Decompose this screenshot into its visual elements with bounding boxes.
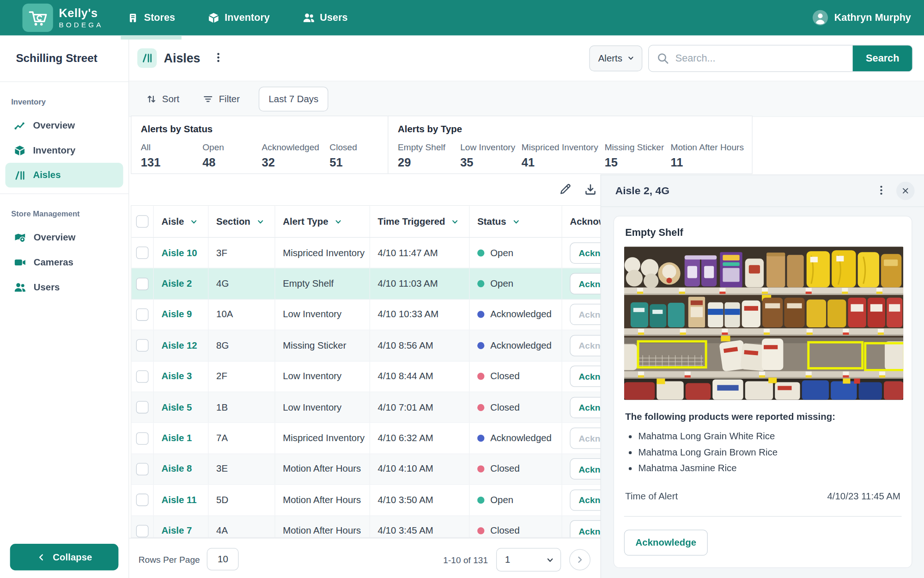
page-kebab-menu[interactable] [210,49,226,67]
nav-item-inventory[interactable]: Inventory [202,0,276,36]
table-row[interactable]: Aisle 51BLow Inventory4/10 7:01 AMClosed… [131,392,656,423]
table-row[interactable]: Aisle 910ALow Inventory4/10 10:33 AMAckn… [131,300,656,331]
rows-per-page-label: Rows Per Page [139,554,200,564]
close-icon[interactable] [896,182,915,200]
alert-type-heading: Empty Shelf [625,227,901,239]
filter-icon [203,93,213,104]
download-icon[interactable] [583,181,598,198]
time-of-alert-value: 4/10/23 11:45 AM [827,491,900,502]
row-checkbox[interactable] [136,370,149,383]
search-button[interactable]: Search [853,45,912,71]
stat-motion-after-hours: Motion After Hours11 [671,142,748,169]
search-cluster: Alerts Search [590,44,913,72]
row-checkbox[interactable] [136,401,149,414]
sidebar-item-overview[interactable]: Overview [5,113,123,138]
sidebar-item-overview[interactable]: Overview [5,225,123,250]
table-row[interactable]: Aisle 74AMotion After Hours4/10 3:45 AMC… [131,516,656,538]
sidebar-item-inventory[interactable]: Inventory [5,138,123,163]
filter-button[interactable]: Filter [203,93,240,104]
stat-value: 11 [671,156,748,169]
row-checkbox-cell [131,423,153,454]
search-category-select[interactable]: Alerts [590,45,643,71]
sidebar-item-aisles[interactable]: Aisles [5,163,123,188]
row-checkbox[interactable] [136,246,149,259]
aisle-link[interactable]: Aisle 5 [161,402,192,412]
search-input[interactable] [674,52,853,65]
column-header-time-triggered[interactable]: Time Triggered [370,206,470,237]
sidebar-item-label: Overview [34,233,76,243]
aisle-cell: Aisle 8 [154,454,209,485]
sidebar-item-cameras[interactable]: Cameras [5,250,123,275]
store-icon [128,12,139,23]
table-row[interactable]: Aisle 128GMissing Sticker4/10 8:56 AMAck… [131,331,656,362]
stat-value: 51 [329,156,388,169]
select-all-checkbox[interactable] [136,215,149,228]
aisle-link[interactable]: Aisle 10 [161,247,197,258]
aisle-link[interactable]: Aisle 3 [161,371,192,382]
status-cell: Acknowledged [470,423,562,454]
aisle-link[interactable]: Aisle 7 [161,526,192,536]
panel-kebab-menu[interactable] [873,182,889,199]
status-dot-icon [477,404,484,411]
stat-label: Low Inventory [460,142,522,152]
acknowledge-button[interactable]: Acknowledge [624,529,708,555]
column-header-status[interactable]: Status [470,206,562,237]
aisle-link[interactable]: Aisle 2 [161,278,192,289]
alert-type-cell: Low Inventory [275,361,370,392]
brand-logo: Kelly's BODEGA [22,4,103,32]
table-row[interactable]: Aisle 32FLow Inventory4/10 8:44 AMClosed… [131,361,656,392]
aisle-link[interactable]: Aisle 1 [161,433,192,443]
row-checkbox[interactable] [136,432,149,444]
rows-per-page-input[interactable]: 10 [207,548,239,570]
row-checkbox[interactable] [136,494,149,506]
sidebar-item-users[interactable]: Users [5,275,123,300]
sort-button[interactable]: Sort [146,93,179,104]
aisle-cell: Aisle 11 [154,485,209,516]
status-cell: Open [470,269,562,299]
stats-card-title: Alerts by Type [398,124,752,135]
aisle-cell: Aisle 2 [154,269,209,299]
row-checkbox[interactable] [136,339,149,352]
sidebar-item-label: Overview [33,120,75,131]
status-dot-icon [477,528,484,535]
table-row[interactable]: Aisle 103FMispriced Inventory4/10 11:47 … [131,238,656,269]
stats-card-alerts-by-status: Alerts by StatusAll131Open48Acknowledged… [131,116,388,174]
column-header-section[interactable]: Section [209,206,275,237]
stat-all: All131 [141,142,202,169]
column-header-alert-type[interactable]: Alert Type [275,206,370,237]
aisle-link[interactable]: Aisle 11 [161,495,196,505]
nav-item-users[interactable]: Users [296,0,354,36]
section-cell: 8G [209,331,275,361]
row-checkbox[interactable] [136,277,149,290]
section-cell: 3E [209,454,275,485]
nav-item-stores[interactable]: Stores [121,0,182,36]
status-cell: Closed [470,361,562,392]
aisle-link[interactable]: Aisle 8 [161,464,192,474]
aisle-link[interactable]: Aisle 9 [161,309,192,320]
time-triggered-cell: 4/10 4:10 AM [370,454,470,485]
table-row[interactable]: Aisle 24GEmpty Shelf4/10 11:03 AMOpenAck… [131,269,656,300]
brand-name: Kelly's BODEGA [59,7,103,28]
section-cell: 3F [209,238,275,268]
row-checkbox[interactable] [136,463,149,475]
panel-divider [624,516,902,517]
sort-label: Sort [162,93,179,104]
user-menu[interactable]: Kathryn Murphy [812,9,911,26]
column-header-aisle[interactable]: Aisle [154,206,209,237]
missing-products-list: Mahatma Long Grain White RiceMahatma Lon… [625,428,901,476]
edit-icon[interactable] [558,181,573,198]
next-page-button[interactable] [569,549,590,570]
aisle-link[interactable]: Aisle 12 [161,340,197,351]
date-range-button[interactable]: Last 7 Days [259,86,328,111]
status-dot-icon [477,373,484,380]
row-checkbox-cell [131,454,153,485]
time-triggered-cell: 4/10 11:03 AM [370,269,470,299]
row-checkbox[interactable] [136,525,149,537]
table-row[interactable]: Aisle 83EMotion After Hours4/10 4:10 AMC… [131,454,656,485]
page-select[interactable]: 1 [496,548,561,572]
table-row[interactable]: Aisle 115DMotion After Hours4/10 3:50 AM… [131,485,656,516]
time-triggered-cell: 4/10 3:50 AM [370,485,470,516]
table-row[interactable]: Aisle 17AMispriced Inventory4/10 6:32 AM… [131,423,656,454]
collapse-sidebar-button[interactable]: Collapse [10,544,119,570]
row-checkbox[interactable] [136,308,149,321]
